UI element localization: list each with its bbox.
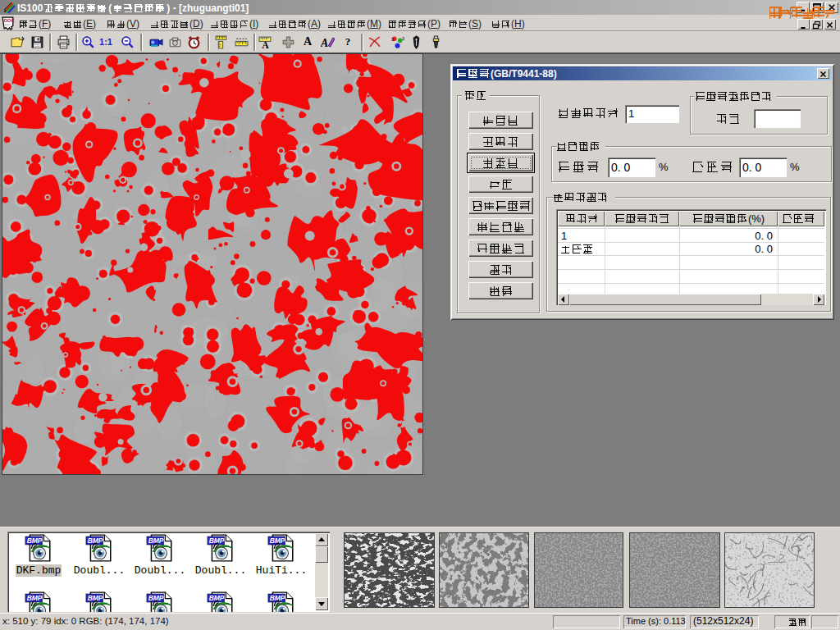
svg-text:A: A xyxy=(321,36,328,48)
svg-text:3: 3 xyxy=(402,36,404,41)
svg-text:DOC: DOC xyxy=(4,18,16,23)
svg-text:1: 1 xyxy=(391,37,394,42)
svg-text:A: A xyxy=(262,39,269,48)
